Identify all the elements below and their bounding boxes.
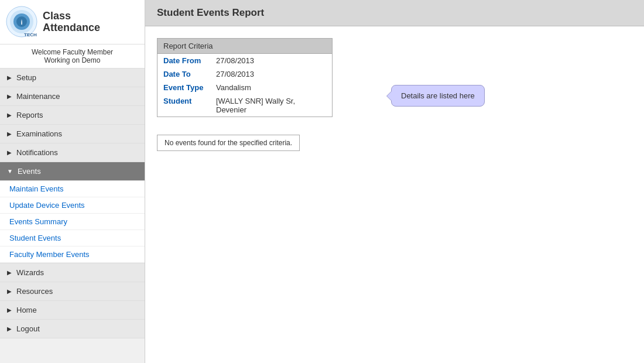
sidebar-item-wizards[interactable]: Wizards: [0, 263, 145, 282]
app-title: Class Attendance: [43, 11, 100, 34]
no-events-message: No events found for the specified criter…: [157, 135, 300, 151]
sidebar-item-faculty-member-events[interactable]: Faculty Member Events: [0, 246, 145, 263]
criteria-row: Date From27/08/2013: [157, 54, 332, 67]
welcome-text: Welcome Faculty Member Working on Demo: [0, 44, 145, 69]
expand-arrow-wizards: [7, 269, 12, 276]
sidebar-header: i TECH Class Attendance: [0, 0, 145, 44]
criteria-label: Student: [163, 97, 216, 105]
expand-arrow-examinations: [7, 131, 12, 137]
app-logo: i TECH: [6, 6, 38, 38]
sidebar-item-update-device-events[interactable]: Update Device Events: [0, 197, 145, 214]
events-sub-nav: Maintain Events Update Device Events Eve…: [0, 181, 145, 263]
criteria-row: Event TypeVandalism: [157, 81, 332, 94]
criteria-label: Date To: [163, 70, 216, 78]
sidebar: i TECH Class Attendance Welcome Faculty …: [0, 0, 145, 363]
sidebar-item-setup[interactable]: Setup: [0, 69, 145, 87]
expand-arrow-home: [7, 307, 12, 313]
expand-arrow-events: [7, 168, 13, 174]
expand-arrow-resources: [7, 288, 12, 294]
svg-text:i: i: [20, 19, 22, 26]
expand-arrow-setup: [7, 74, 12, 81]
criteria-row: Student[WALLY SNR] Wally Sr, Devenier: [157, 94, 332, 117]
criteria-value: 27/08/2013: [216, 56, 254, 65]
svg-text:TECH: TECH: [24, 32, 37, 37]
page-title: Student Events Report: [157, 7, 632, 19]
criteria-rows: Date From27/08/2013Date To27/08/2013Even…: [157, 54, 332, 117]
expand-arrow-reports: [7, 112, 12, 118]
page-header: Student Events Report: [145, 0, 644, 26]
sidebar-item-examinations[interactable]: Examinations: [0, 125, 145, 143]
report-criteria-title: Report Criteria: [157, 39, 332, 54]
criteria-value: 27/08/2013: [216, 70, 254, 78]
sidebar-item-reports[interactable]: Reports: [0, 106, 145, 125]
sidebar-item-notifications[interactable]: Notifications: [0, 143, 145, 162]
expand-arrow-maintenance: [7, 93, 12, 100]
expand-arrow-logout: [7, 326, 12, 332]
tooltip-bubble: Details are listed here: [391, 85, 485, 107]
sidebar-item-maintenance[interactable]: Maintenance: [0, 87, 145, 106]
criteria-row: Date To27/08/2013: [157, 67, 332, 81]
sidebar-item-logout[interactable]: Logout: [0, 320, 145, 338]
criteria-value: [WALLY SNR] Wally Sr, Devenier: [216, 97, 326, 114]
criteria-value: Vandalism: [216, 83, 251, 92]
sidebar-item-events-summary[interactable]: Events Summary: [0, 214, 145, 230]
report-criteria-box: Report Criteria Date From27/08/2013Date …: [157, 38, 333, 117]
content-area: Report Criteria Date From27/08/2013Date …: [145, 26, 644, 363]
criteria-label: Event Type: [163, 83, 216, 92]
sidebar-item-resources[interactable]: Resources: [0, 282, 145, 301]
sidebar-item-student-events[interactable]: Student Events: [0, 230, 145, 246]
main-content: Student Events Report Report Criteria Da…: [145, 0, 644, 363]
sidebar-item-events[interactable]: Events: [0, 162, 145, 181]
sidebar-item-maintain-events[interactable]: Maintain Events: [0, 181, 145, 197]
sidebar-item-home[interactable]: Home: [0, 301, 145, 320]
expand-arrow-notifications: [7, 149, 12, 156]
criteria-label: Date From: [163, 56, 216, 65]
